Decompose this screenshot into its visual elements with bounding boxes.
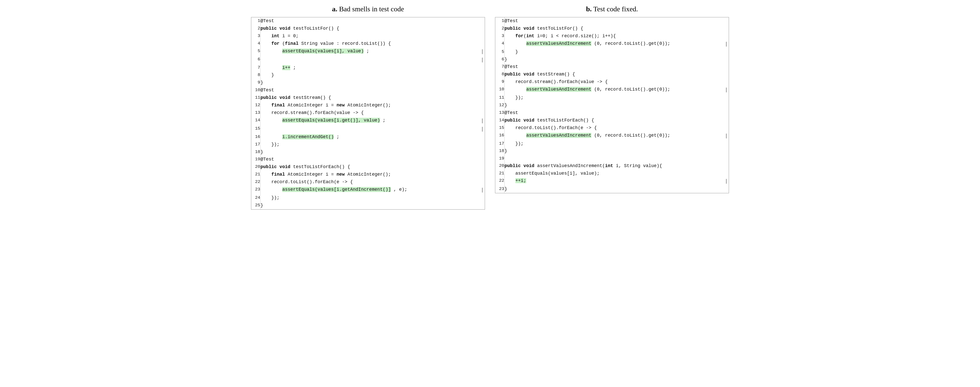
line-number: 18 [495, 147, 504, 155]
line-number: 20 [495, 162, 504, 170]
bar-right: | [480, 125, 485, 133]
line-number: 5 [251, 48, 260, 56]
table-row: 6| [251, 56, 485, 64]
table-row: 1@Test [251, 18, 485, 25]
line-code: final AtomicInteger i = new AtomicIntege… [260, 171, 480, 178]
table-row: 8 } [251, 72, 485, 79]
bar-right [724, 124, 729, 132]
line-number: 8 [495, 71, 504, 78]
line-code: } [504, 102, 724, 109]
bar-right [480, 32, 485, 40]
table-row: 15| [251, 125, 485, 133]
panel-b-code-box: 1@Test2public void testToListFor() {3 fo… [495, 17, 729, 193]
table-row: 22 record.toList().forEach(e -> { [251, 178, 485, 186]
line-code: @Test [504, 63, 724, 71]
line-number: 3 [495, 32, 504, 40]
table-row: 18} [251, 148, 485, 156]
table-row: 18} [495, 147, 729, 155]
table-row: 6} [495, 56, 729, 64]
line-number: 1 [495, 18, 504, 25]
line-code: record.toList().forEach(e -> { [260, 178, 480, 186]
table-row: 23} [495, 185, 729, 193]
line-number: 14 [495, 117, 504, 124]
line-code: for(int i=0; i < record.size(); i++){ [504, 32, 724, 40]
table-row: 20public void assertValuesAndIncrement(i… [495, 162, 729, 170]
bar-right [480, 40, 485, 48]
line-code: public void testToListFor() { [504, 25, 724, 32]
panel-a-title-text: Bad smells in test code [337, 5, 404, 13]
panel-a-title-bold: a. [332, 5, 337, 13]
bar-right [480, 25, 485, 32]
bar-right [480, 133, 485, 141]
table-row: 13 record.stream().forEach(value -> { [251, 109, 485, 117]
panel-a-code-table: 1@Test2public void testToListFor() {3 in… [251, 18, 485, 209]
line-number: 25 [251, 202, 260, 209]
line-code: assertEquals(values[i.get()], value) ; [260, 117, 480, 125]
bar-right [480, 109, 485, 117]
line-number: 19 [495, 155, 504, 162]
line-number: 2 [495, 25, 504, 32]
line-code: final AtomicInteger i = new AtomicIntege… [260, 102, 480, 109]
table-row: 3 for(int i=0; i < record.size(); i++){ [495, 32, 729, 40]
table-row: 16 i.incrementAndGet() ; [251, 133, 485, 141]
panel-b-title: b. Test code fixed. [586, 5, 638, 13]
line-code [504, 155, 724, 162]
line-number: 3 [251, 32, 260, 40]
table-row: 19@Test [251, 156, 485, 163]
table-row: 9} [251, 79, 485, 86]
table-row: 21 assertEquals(values[i], value); [495, 170, 729, 177]
line-code: }); [260, 141, 480, 148]
line-code: record.stream().forEach(value -> { [260, 109, 480, 117]
table-row: 11 }); [495, 94, 729, 102]
bar-right: | [724, 40, 729, 48]
line-number: 11 [251, 94, 260, 102]
bar-right [480, 202, 485, 209]
line-code: } [504, 185, 724, 193]
line-number: 20 [251, 163, 260, 171]
line-code: i.incrementAndGet() ; [260, 133, 480, 141]
table-row: 25} [251, 202, 485, 209]
line-code: public void testStream() { [260, 94, 480, 102]
line-code: } [260, 202, 480, 209]
table-row: 10@Test [251, 86, 485, 94]
table-row: 3 int i = 0; [251, 32, 485, 40]
panel-a: a. Bad smells in test code 1@Test2public… [251, 5, 485, 210]
table-row: 9 record.stream().forEach(value -> { [495, 78, 729, 86]
bar-right: | [480, 186, 485, 194]
line-code: assertValuesAndIncrement (0, record.toLi… [504, 40, 724, 48]
table-row: 24 }); [251, 194, 485, 202]
line-code: assertValuesAndIncrement (0, record.toLi… [504, 86, 724, 94]
panel-b-code-table: 1@Test2public void testToListFor() {3 fo… [495, 18, 729, 193]
line-code [260, 125, 480, 133]
panel-a-title: a. Bad smells in test code [332, 5, 404, 13]
line-number: 15 [251, 125, 260, 133]
bar-right [724, 117, 729, 124]
table-row: 5 assertEquals(values[i], value) ;| [251, 48, 485, 56]
bar-right [480, 94, 485, 102]
bar-right [724, 71, 729, 78]
line-number: 12 [495, 102, 504, 109]
line-number: 22 [251, 178, 260, 186]
bar-right [724, 56, 729, 64]
line-number: 8 [251, 72, 260, 79]
table-row: 11public void testStream() { [251, 94, 485, 102]
line-number: 21 [251, 171, 260, 178]
table-row: 17 }); [495, 140, 729, 148]
line-code [260, 56, 480, 64]
bar-right [480, 64, 485, 72]
line-number: 23 [495, 185, 504, 193]
bar-right [724, 147, 729, 155]
bar-right [724, 102, 729, 109]
line-number: 23 [251, 186, 260, 194]
bar-right [724, 63, 729, 71]
table-row: 2public void testToListFor() { [495, 25, 729, 32]
line-code: }); [504, 140, 724, 148]
table-row: 10 assertValuesAndIncrement (0, record.t… [495, 86, 729, 94]
line-number: 16 [251, 133, 260, 141]
line-code: record.stream().forEach(value -> { [504, 78, 724, 86]
line-code: i++ ; [260, 64, 480, 72]
line-number: 13 [495, 109, 504, 117]
line-number: 12 [251, 102, 260, 109]
bar-right [724, 162, 729, 170]
line-code: @Test [504, 18, 724, 25]
